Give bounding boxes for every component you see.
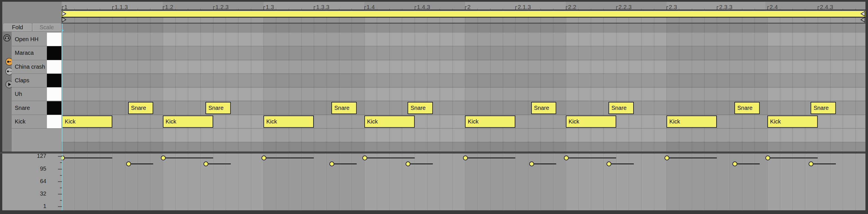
velocity-marker[interactable] [564, 155, 569, 160]
drum-lane-panel: Open HHMaracaChina crashClapsUhSnareKick [12, 32, 61, 151]
scrub-area[interactable] [61, 17, 865, 23]
velocity-marker[interactable] [733, 162, 737, 166]
lane-label[interactable]: China crash [12, 60, 47, 74]
velocity-axis-tick [58, 206, 62, 207]
velocity-axis-value: 1 [29, 203, 46, 210]
velocity-axis-minor-tick [60, 200, 62, 201]
ruler-label: 2.1.3 [518, 4, 531, 10]
velocity-stem [264, 157, 314, 158]
midi-note[interactable]: Snare [735, 102, 760, 114]
ruler-label: 1.1.3 [115, 4, 128, 10]
loop-start-marker-icon[interactable] [62, 11, 66, 16]
lane-label[interactable]: Kick [12, 115, 47, 129]
piano-key[interactable] [47, 101, 61, 115]
ruler-bottom-line [61, 10, 865, 10]
ruler-label: 2.4 [770, 4, 778, 10]
midi-drum-editor: 11.1.31.21.2.31.31.3.31.41.4.322.1.32.22… [0, 0, 868, 214]
piano-key[interactable] [47, 74, 61, 87]
ruler-label: 1.3.3 [316, 4, 330, 10]
midi-note[interactable]: Kick [163, 115, 213, 128]
velocity-stem [566, 157, 616, 158]
velocity-stem [206, 164, 231, 164]
midi-note[interactable]: Kick [767, 115, 818, 128]
midi-note[interactable]: Snare [609, 102, 634, 114]
scale-button[interactable]: Scale [33, 24, 61, 31]
piano-key[interactable] [47, 46, 61, 60]
velocity-stem [735, 164, 760, 164]
note-grid[interactable]: KickKickKickKickKickKickKickKickSnareSna… [61, 24, 865, 152]
velocity-header: Velocity 1279564321 1/32 [2, 153, 61, 210]
velocity-axis-value: 64 [29, 178, 46, 184]
midi-note[interactable]: Snare [531, 102, 557, 114]
midi-note[interactable]: Snare [332, 102, 357, 114]
velocity-marker[interactable] [529, 162, 534, 166]
velocity-marker[interactable] [664, 155, 669, 160]
lane-label[interactable]: Snare [12, 101, 47, 115]
velocity-marker[interactable] [330, 162, 334, 166]
midi-note[interactable]: Kick [666, 115, 717, 128]
preview-headphones-icon[interactable] [3, 34, 11, 42]
ruler-label: 1.4.3 [417, 4, 430, 10]
velocity-marker[interactable] [362, 155, 367, 160]
velocity-stem [811, 164, 836, 164]
midi-note[interactable]: Snare [811, 102, 836, 114]
midi-note[interactable]: Snare [128, 102, 153, 114]
velocity-playhead-line [62, 153, 63, 210]
ruler-label: 2.4.3 [820, 4, 833, 10]
lane-label[interactable]: Uh [12, 87, 47, 101]
velocity-marker[interactable] [161, 155, 166, 160]
velocity-stem [63, 157, 112, 158]
piano-key[interactable] [47, 33, 61, 46]
velocity-stem [768, 157, 818, 158]
frame-bottom [0, 210, 865, 214]
loop-end-marker-icon[interactable] [861, 11, 865, 16]
velocity-axis-minor-tick [60, 162, 62, 163]
velocity-marker[interactable] [607, 162, 611, 166]
velocity-stem [129, 164, 153, 164]
grid-lines-32nd [61, 24, 865, 152]
velocity-stem [667, 157, 717, 158]
velocity-axis-minor-tick [60, 175, 62, 176]
velocity-stem [466, 157, 515, 158]
velocity-axis-value: 32 [29, 190, 46, 197]
velocity-marker[interactable] [766, 155, 770, 160]
velocity-marker[interactable] [406, 162, 410, 166]
piano-key[interactable] [47, 87, 61, 101]
piano-key[interactable] [47, 60, 61, 74]
midi-note[interactable]: Kick [364, 115, 415, 128]
midi-note[interactable]: Kick [62, 115, 112, 128]
loop-brace[interactable] [61, 11, 865, 17]
ruler-label: 2.3 [669, 4, 677, 10]
ruler-label: 1.2.3 [215, 4, 229, 10]
velocity-axis-tick [58, 169, 62, 170]
velocity-stem [365, 157, 415, 158]
velocity-lane[interactable] [61, 153, 865, 210]
velocity-marker[interactable] [204, 162, 208, 166]
velocity-stem [532, 164, 557, 164]
velocity-marker[interactable] [126, 162, 131, 166]
velocity-stem [332, 164, 357, 164]
velocity-marker[interactable] [463, 155, 468, 160]
midi-note[interactable]: Kick [566, 115, 616, 128]
insert-marker-icon [62, 29, 64, 32]
lane-label[interactable]: Open HH [12, 33, 47, 46]
midi-note[interactable]: Snare [206, 102, 231, 114]
scrub-start-marker-icon[interactable] [62, 17, 66, 23]
midi-note[interactable]: Snare [408, 102, 433, 114]
piano-key[interactable] [47, 115, 61, 129]
velocity-stem [163, 157, 213, 158]
lane-label[interactable]: Claps [12, 74, 47, 87]
beat-time-ruler[interactable]: 11.1.31.21.2.31.31.3.31.41.4.322.1.32.22… [61, 2, 865, 10]
scrub-end-marker-icon[interactable] [861, 17, 865, 23]
ruler-label: 2.2.3 [618, 4, 632, 10]
ruler-label: 1 [64, 4, 68, 10]
fold-button[interactable]: Fold [3, 24, 32, 31]
ruler-beat-bands [61, 2, 865, 10]
midi-note[interactable]: Kick [264, 115, 314, 128]
ruler-label: 1.2 [165, 4, 174, 10]
midi-note[interactable]: Kick [465, 115, 515, 128]
lane-label[interactable]: Maraca [12, 46, 47, 60]
velocity-axis-minor-tick [60, 188, 62, 188]
velocity-marker[interactable] [261, 155, 266, 160]
velocity-marker[interactable] [809, 162, 813, 166]
